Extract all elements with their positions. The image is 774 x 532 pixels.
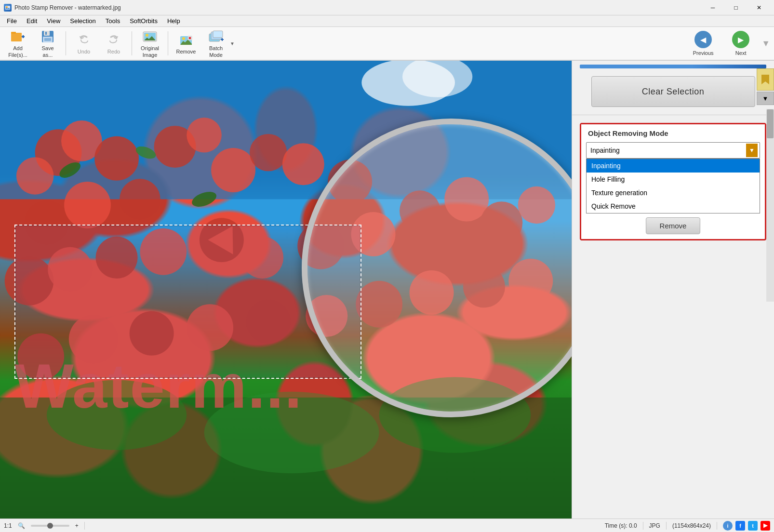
undo-label: Undo: [78, 49, 90, 54]
close-button[interactable]: ✕: [748, 0, 770, 15]
previous-button[interactable]: ◀ Previous: [686, 29, 720, 58]
mode-remove-button[interactable]: Remove: [646, 217, 701, 234]
next-icon: ▶: [732, 31, 749, 48]
svg-rect-8: [45, 32, 47, 35]
svg-rect-20: [213, 31, 223, 38]
redo-button[interactable]: Redo: [100, 29, 128, 58]
dropdown-option-hole-filling[interactable]: Hole Filling: [587, 173, 760, 186]
time-label: Time (s): 0.0: [605, 522, 637, 529]
panel-scrollbar[interactable]: [766, 109, 774, 302]
mode-selected-value: Inpainting: [590, 146, 620, 154]
batch-mode-label2: Mode: [209, 52, 223, 58]
save-as-label: Save: [41, 45, 53, 51]
object-removing-mode-section: Object Removing Mode Inpainting ▼ Inpain…: [580, 123, 766, 240]
remove-icon: [178, 32, 194, 48]
window-controls: ─ □ ✕: [702, 0, 770, 15]
redo-label: Redo: [107, 49, 120, 54]
dropdown-option-texture-generation[interactable]: Texture generation: [587, 186, 760, 200]
add-files-label: Add: [13, 45, 23, 51]
original-image-label: Original: [141, 45, 159, 51]
bookmark-icon: [757, 68, 774, 91]
zoom-ratio: 1:1: [4, 522, 12, 529]
menu-tools[interactable]: Tools: [101, 16, 125, 26]
social-links: i f t ▶: [723, 521, 770, 531]
canvas-area[interactable]: Waterm...: [0, 61, 572, 519]
zoom-slider[interactable]: [31, 525, 69, 527]
status-bar: 1:1 🔍 + Time (s): 0.0 JPG (1154x864x24) …: [0, 519, 774, 532]
add-files-label2: File(s)...: [8, 52, 27, 58]
facebook-icon[interactable]: f: [735, 521, 745, 531]
toolbar-more-icon[interactable]: ▼: [761, 39, 770, 49]
add-files-icon: [10, 29, 26, 44]
image-canvas: Waterm...: [0, 61, 572, 519]
menu-view[interactable]: View: [42, 16, 65, 26]
zoom-thumb: [47, 523, 53, 529]
menu-edit[interactable]: Edit: [22, 16, 42, 26]
minimize-button[interactable]: ─: [702, 0, 724, 15]
original-image-button[interactable]: Original Image: [136, 29, 164, 58]
dropdown-list: Inpainting Hole Filling Texture generati…: [586, 159, 760, 213]
clear-selection-button[interactable]: Clear Selection: [591, 76, 755, 107]
status-separator-4: [717, 522, 717, 530]
panel-scrollbar-thumb[interactable]: [767, 109, 774, 138]
svg-point-15: [182, 37, 185, 40]
mode-section-title: Object Removing Mode: [581, 124, 765, 142]
previous-icon: ◀: [694, 31, 712, 48]
status-separator-1: [84, 522, 85, 530]
original-image-icon: [142, 29, 158, 44]
undo-icon: [76, 32, 92, 48]
save-as-button[interactable]: Save as...: [34, 29, 62, 58]
svg-rect-2: [11, 33, 22, 41]
maximize-button[interactable]: □: [725, 0, 747, 15]
save-as-label2: as...: [43, 52, 53, 58]
scroll-down-button[interactable]: ▼: [757, 92, 774, 105]
toolbar: Add File(s)... Save as... Undo: [0, 27, 774, 61]
menu-selection[interactable]: Selection: [65, 16, 100, 26]
batch-mode-button[interactable]: Batch Mode: [202, 29, 230, 58]
window-title: Photo Stamp Remover - watermarked.jpg: [14, 4, 702, 11]
svg-rect-3: [11, 32, 16, 34]
remove-button[interactable]: Remove: [172, 29, 200, 58]
next-button[interactable]: ▶ Next: [724, 29, 758, 58]
status-separator-3: [666, 522, 667, 530]
main-content: Waterm... Clear Selection ▼: [0, 61, 774, 519]
menu-help[interactable]: Help: [162, 16, 185, 26]
menu-file[interactable]: File: [2, 16, 22, 26]
batch-mode-icon: [208, 29, 224, 44]
previous-label: Previous: [693, 50, 714, 56]
next-label: Next: [735, 50, 747, 56]
toolbar-nav: ◀ Previous ▶ Next ▼: [686, 29, 770, 58]
dropdown-option-inpainting[interactable]: Inpainting: [587, 159, 760, 173]
menu-softorbits[interactable]: SoftOrbits: [125, 16, 162, 26]
info-icon[interactable]: i: [723, 521, 733, 531]
panel-top: Clear Selection ▼: [572, 68, 774, 115]
batch-mode-label: Batch: [209, 45, 223, 51]
remove-label: Remove: [176, 49, 196, 54]
mode-dropdown-container: Inpainting ▼: [581, 142, 765, 159]
dropdown-option-quick-remove[interactable]: Quick Remove: [587, 200, 760, 213]
dropdown-arrow-button[interactable]: ▼: [746, 144, 758, 157]
svg-point-13: [146, 34, 148, 37]
panel-blue-strip: [580, 65, 766, 68]
mode-select-display[interactable]: Inpainting ▼: [586, 142, 760, 159]
undo-button[interactable]: Undo: [70, 29, 98, 58]
selection-rectangle: [14, 225, 361, 379]
right-panel: Clear Selection ▼ Object Removing Mode I…: [572, 61, 774, 519]
add-files-button[interactable]: Add File(s)...: [4, 29, 32, 58]
original-image-label2: Image: [143, 52, 158, 58]
toolbar-separator-1: [66, 31, 66, 55]
format-label: JPG: [649, 522, 660, 529]
title-bar: Photo Stamp Remover - watermarked.jpg ─ …: [0, 0, 774, 15]
svg-rect-10: [44, 38, 51, 41]
app-icon: [4, 4, 12, 12]
zoom-plus: +: [75, 522, 79, 529]
zoom-icon: 🔍: [18, 522, 25, 529]
status-right: Time (s): 0.0 JPG (1154x864x24) i f t ▶: [605, 521, 770, 531]
redo-icon: [106, 32, 121, 48]
status-zoom: 1:1: [4, 522, 12, 529]
toolbar-separator-3: [168, 31, 168, 55]
youtube-icon[interactable]: ▶: [761, 521, 770, 531]
twitter-icon[interactable]: t: [748, 521, 758, 531]
dimensions-label: (1154x864x24): [672, 522, 711, 529]
remove-btn-container: Remove: [581, 213, 765, 239]
